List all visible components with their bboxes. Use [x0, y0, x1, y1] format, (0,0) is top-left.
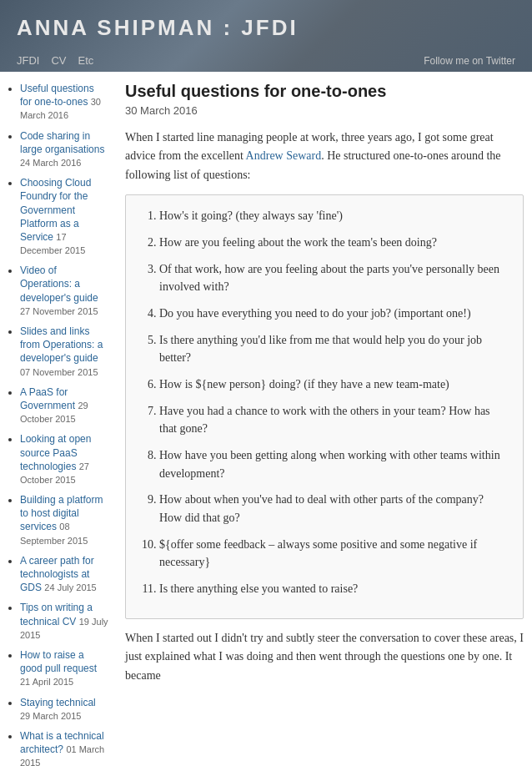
sidebar-post-link[interactable]: How to raise a good pull request [20, 649, 97, 674]
article-date: 30 March 2016 [125, 104, 524, 117]
page-wrapper: Useful questions for one-to-ones 30 Marc… [0, 72, 532, 766]
list-item: How are you feeling about the work the t… [159, 234, 508, 252]
site-title: ANNA SHIPMAN : JFDI [17, 15, 515, 41]
nav-etc[interactable]: Etc [78, 54, 94, 67]
nav-links: JFDI CV Etc [17, 54, 93, 67]
list-item: ${offer some feedback – always some posi… [159, 536, 508, 572]
list-item: Is there anything you'd like from me tha… [159, 331, 508, 367]
site-nav: JFDI CV Etc Follow me on Twitter [17, 49, 515, 72]
sidebar-post-date: 27 November 2015 [20, 306, 98, 316]
list-item: Video of Operations: a developer's guide… [20, 264, 108, 318]
sidebar-post-date: 24 March 2016 [20, 158, 81, 168]
list-item: How to raise a good pull request 21 Apri… [20, 648, 108, 689]
list-item: Is there anything else you wanted to rai… [159, 580, 508, 598]
list-item: Do you have everything you need to do yo… [159, 305, 508, 323]
questions-box: How's it going? (they always say 'fine')… [125, 194, 524, 619]
list-item: Of that work, how are you feeling about … [159, 260, 508, 296]
article-closing: When I started out I didn't try and subt… [125, 629, 524, 685]
list-item: How's it going? (they always say 'fine') [159, 207, 508, 225]
sidebar-post-date: 29 March 2015 [20, 711, 81, 721]
list-item: How have you been getting along when wor… [159, 446, 508, 482]
sidebar-post-link[interactable]: A PaaS for Government [20, 386, 75, 411]
list-item: Choosing Cloud Foundry for the Governmen… [20, 176, 108, 257]
sidebar-post-link[interactable]: Staying technical [20, 697, 96, 708]
list-item: Slides and links from Operations: a deve… [20, 325, 108, 379]
list-item: Staying technical 29 March 2015 [20, 696, 108, 723]
list-item: A career path for technologists at GDS 2… [20, 554, 108, 595]
article-intro: When I started line managing people at w… [125, 129, 524, 184]
nav-jfdi[interactable]: JFDI [17, 54, 39, 67]
list-item: How is ${new person} doing? (if they hav… [159, 375, 508, 394]
sidebar-post-link[interactable]: Code sharing in large organisations [20, 130, 104, 155]
site-header: ANNA SHIPMAN : JFDI JFDI CV Etc Follow m… [0, 0, 532, 72]
follow-twitter-link[interactable]: Follow me on Twitter [424, 55, 515, 67]
sidebar-post-link[interactable]: Video of Operations: a developer's guide [20, 265, 98, 303]
sidebar-post-date: 24 July 2015 [44, 582, 96, 592]
list-item: How about when you've had to deal with o… [159, 491, 508, 527]
sidebar-post-link[interactable]: Slides and links from Operations: a deve… [20, 325, 103, 364]
nav-cv[interactable]: CV [51, 54, 66, 67]
main-content: Useful questions for one-to-ones 30 Marc… [117, 82, 524, 766]
list-item: Tips on writing a technical CV 19 July 2… [20, 601, 108, 642]
list-item: Have you had a chance to work with the o… [159, 402, 508, 438]
questions-list: How's it going? (they always say 'fine')… [141, 207, 508, 598]
sidebar-post-date: 21 April 2015 [20, 677, 73, 687]
sidebar-post-list: Useful questions for one-to-ones 30 Marc… [8, 82, 108, 766]
article-body: When I started line managing people at w… [125, 129, 524, 685]
list-item: Building a platform to host digital serv… [20, 493, 108, 547]
andrew-seward-link[interactable]: Andrew Seward [246, 149, 322, 162]
list-item: Code sharing in large organisations 24 M… [20, 129, 108, 170]
sidebar-post-link[interactable]: Useful questions for one-to-ones [20, 83, 94, 108]
sidebar: Useful questions for one-to-ones 30 Marc… [8, 82, 117, 766]
sidebar-post-date: 07 November 2015 [20, 367, 98, 377]
article-title: Useful questions for one-to-ones [125, 82, 524, 101]
list-item: A PaaS for Government 29 October 2015 [20, 386, 108, 426]
list-item: Useful questions for one-to-ones 30 Marc… [20, 82, 108, 123]
list-item: Looking at open source PaaS technologies… [20, 432, 108, 486]
list-item: What is a technical architect? 01 March … [20, 729, 108, 766]
